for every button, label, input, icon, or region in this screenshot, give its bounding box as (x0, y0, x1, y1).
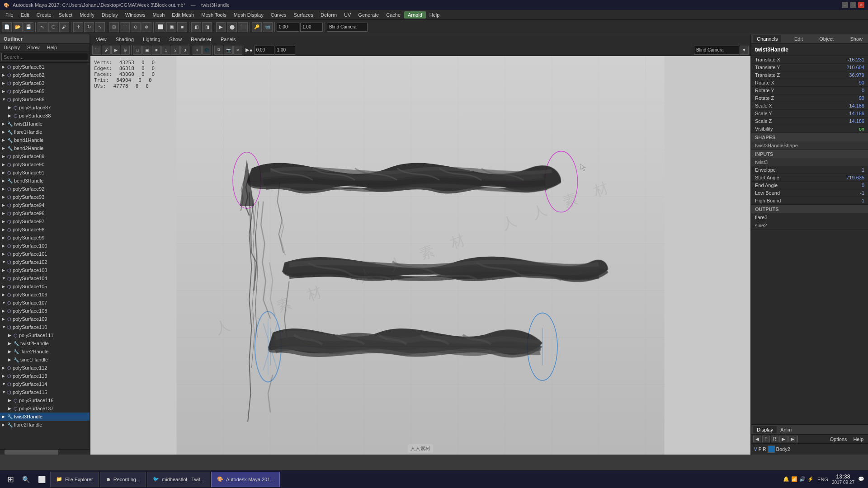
outliner-item-polySurface114[interactable]: ▼⬡polySurface114 (0, 380, 90, 388)
layer-p-check[interactable]: P (759, 447, 762, 452)
outliner-menu-help[interactable]: Help (43, 44, 61, 51)
menu-generate[interactable]: Generate (354, 11, 382, 19)
outliner-item-polySurface88[interactable]: ▶⬡polySurface88 (0, 112, 90, 120)
tb-move[interactable]: ✛ (73, 22, 83, 32)
vp-tb-x[interactable]: ✕ (233, 46, 242, 55)
tb-scale[interactable]: ⤡ (95, 22, 105, 32)
vp-menu-show[interactable]: Show (166, 36, 186, 43)
menu-display[interactable]: Display (98, 11, 122, 19)
vp-menu-lighting[interactable]: Lighting (139, 36, 164, 43)
outliner-item-twist3Handle[interactable]: ▶🔧twist3Handle (0, 413, 90, 421)
menu-arnold[interactable]: Arnold (404, 11, 426, 19)
tb-save[interactable]: 💾 (24, 22, 33, 32)
menu-create[interactable]: Create (33, 11, 55, 19)
output-sine2[interactable]: sine2 (751, 221, 868, 230)
taskbar-start[interactable]: ⊞ (4, 472, 18, 487)
cb-high-bound[interactable]: High Bound 1 (751, 197, 868, 205)
outliner-item-polySurface113[interactable]: ▶⬡polySurface113 (0, 372, 90, 380)
menu-curves[interactable]: Curves (267, 11, 290, 19)
menu-mesh[interactable]: Mesh (149, 11, 168, 19)
vp-tb-select[interactable]: ⬛ (92, 46, 101, 55)
cb-rotate-y[interactable]: Rotate Y 0 (751, 87, 868, 94)
cb-low-bound[interactable]: Low Bound -1 (751, 189, 868, 197)
outliner-item-polySurface82[interactable]: ▶⬡polySurface82 (0, 71, 90, 79)
cb-start-angle[interactable]: Start Angle 719.635 (751, 174, 868, 182)
tb-smooth[interactable]: ■ (177, 22, 187, 32)
taskbar-twitch[interactable]: 🐦 midbeastlol - Twit... (147, 472, 210, 487)
outliner-item-bend2Handle[interactable]: ▶🔧bend2Handle (0, 144, 90, 152)
tb-snap-point[interactable]: ⊙ (131, 22, 141, 32)
cb-translate-y[interactable]: Translate Y 210.604 (751, 64, 868, 71)
vp-menu-panels[interactable]: Panels (217, 36, 240, 43)
cb-tab-edit[interactable]: Edit (791, 35, 807, 42)
vp-tb-sm[interactable]: ■ (152, 46, 161, 55)
vp-tb-camera[interactable]: 📷 (224, 46, 233, 55)
menu-windows[interactable]: Windows (122, 11, 149, 19)
cb-rotate-z[interactable]: Rotate Z 90 (751, 94, 868, 102)
outliner-item-polySurface96[interactable]: ▶⬡polySurface96 (0, 209, 90, 217)
vp-tb-light[interactable]: ☀ (193, 46, 202, 55)
layer-tab-anim[interactable]: Anim (777, 426, 795, 433)
vp-tb-wire[interactable]: □ (133, 46, 142, 55)
outliner-item-polySurface104[interactable]: ▼⬡polySurface104 (0, 274, 90, 282)
taskbar-search[interactable]: 🔍 (19, 472, 33, 487)
outliner-item-polySurface81[interactable]: ▶⬡polySurface81 (0, 63, 90, 71)
outliner-item-polySurface87[interactable]: ▶⬡polySurface87 (0, 103, 90, 112)
layer-options[interactable]: Options (827, 436, 849, 442)
tb-smooth-wire[interactable]: ▣ (166, 22, 176, 32)
outliner-item-bend1Handle[interactable]: ▶🔧bend1Handle (0, 136, 90, 144)
outliner-item-polySurface90[interactable]: ▶⬡polySurface90 (0, 160, 90, 169)
menu-help[interactable]: Help (426, 11, 443, 19)
outliner-item-polySurface98[interactable]: ▶⬡polySurface98 (0, 225, 90, 234)
tb-key[interactable]: 🔑 (252, 22, 262, 32)
menu-edit-mesh[interactable]: Edit Mesh (168, 11, 198, 19)
cb-translate-x[interactable]: Translate X -16.231 (751, 56, 868, 64)
taskbar-maya[interactable]: 🎨 Autodesk Maya 201... (211, 472, 280, 487)
vp-menu-shading[interactable]: Shading (112, 36, 137, 43)
cb-tab-object[interactable]: Object (816, 35, 837, 42)
menu-file[interactable]: File (2, 11, 17, 19)
layer-help[interactable]: Help (850, 436, 866, 442)
vp-tb-iso[interactable]: ⧉ (214, 46, 223, 55)
outliner-item-polySurface137[interactable]: ▶⬡polySurface137 (0, 404, 90, 413)
menu-modify[interactable]: Modify (76, 11, 98, 19)
vp-tb-key[interactable]: ⊕ (121, 46, 130, 55)
layer-v-check[interactable]: V (754, 447, 757, 452)
outliner-item-polySurface93[interactable]: ▶⬡polySurface93 (0, 193, 90, 201)
tb-new[interactable]: 📄 (2, 22, 12, 32)
outliner-item-polySurface105[interactable]: ▶⬡polySurface105 (0, 282, 90, 291)
menu-cache[interactable]: Cache (382, 11, 404, 19)
layer-row-body2[interactable]: V P R Body2 (753, 445, 866, 454)
cb-scale-z[interactable]: Scale Z 14.186 (751, 117, 868, 125)
vp-translate-x[interactable] (254, 46, 274, 55)
translate-input[interactable] (277, 23, 299, 32)
notifications-icon[interactable]: 💬 (858, 476, 864, 482)
layer-p[interactable]: P (762, 436, 770, 442)
outliner-item-polySurface99[interactable]: ▶⬡polySurface99 (0, 234, 90, 242)
cb-tab-show[interactable]: Show (846, 35, 866, 42)
outliner-item-polySurface97[interactable]: ▶⬡polySurface97 (0, 217, 90, 225)
camera-input[interactable] (327, 23, 368, 32)
vp-translate-y[interactable] (275, 46, 295, 55)
outliner-item-polySurface102[interactable]: ▼⬡polySurface102 (0, 258, 90, 266)
outliner-item-polySurface112[interactable]: ▶⬡polySurface112 (0, 364, 90, 372)
outliner-item-polySurface111[interactable]: ▶⬡polySurface111 (0, 331, 90, 339)
input-name[interactable]: twist3 (751, 158, 868, 166)
menu-uv[interactable]: UV (340, 11, 354, 19)
vp-tb-shadow[interactable]: 🌑 (202, 46, 211, 55)
outliner-item-polySurface108[interactable]: ▶⬡polySurface108 (0, 307, 90, 315)
tb-paint[interactable]: 🖌 (59, 22, 69, 32)
tb-open[interactable]: 📂 (13, 22, 23, 32)
cb-rotate-x[interactable]: Rotate X 90 (751, 79, 868, 87)
outliner-item-polySurface85[interactable]: ▶⬡polySurface85 (0, 87, 90, 95)
outliner-item-bend3Handle[interactable]: ▶🔧bend3Handle (0, 177, 90, 185)
cb-visibility[interactable]: Visibility on (751, 125, 868, 133)
menu-select[interactable]: Select (55, 11, 76, 19)
cb-envelope[interactable]: Envelope 1 (751, 166, 868, 174)
outliner-item-twist2Handle[interactable]: ▶🔧twist2Handle (0, 339, 90, 347)
outliner-item-polySurface115[interactable]: ▼⬡polySurface115 (0, 388, 90, 396)
cb-scale-y[interactable]: Scale Y 14.186 (751, 110, 868, 117)
outliner-item-polySurface101[interactable]: ▶⬡polySurface101 (0, 250, 90, 258)
taskbar-file-explorer[interactable]: 📁 File Explorer (50, 472, 99, 487)
outliner-menu-show[interactable]: Show (24, 44, 43, 51)
